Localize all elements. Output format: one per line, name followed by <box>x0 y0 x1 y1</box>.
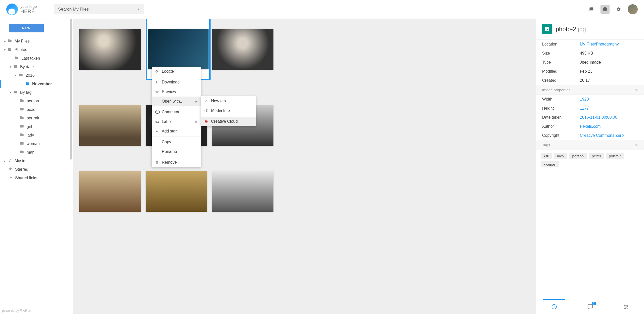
menu-comment[interactable]: 💬Comment <box>152 107 201 117</box>
tags-header: Tags ✎ <box>536 140 644 150</box>
image-properties: Width1920 Height1277 Date taken2016-11-0… <box>536 95 644 140</box>
comment-icon: 💬 <box>155 110 162 114</box>
edit-icon[interactable]: ✎ <box>635 143 638 147</box>
details-tabs: 1 <box>536 299 644 314</box>
edit-icon[interactable]: ✎ <box>635 88 638 92</box>
tag-chip[interactable]: person <box>569 153 587 159</box>
file-type-icon <box>542 24 552 34</box>
search-input[interactable]: Search My Files ▼ <box>54 4 144 14</box>
chevron-right-icon: ▶ <box>195 120 197 123</box>
info-panel-icon[interactable] <box>600 5 610 14</box>
tag-chip[interactable]: portrait <box>606 153 624 159</box>
powered-by: powered by FileRun <box>2 309 31 312</box>
details-panel: photo-2.jpg LocationMy Files/Photography… <box>536 19 644 314</box>
sidebar-scrollbar[interactable] <box>70 19 72 160</box>
tab-info[interactable] <box>536 299 572 314</box>
tree-by-tag[interactable]: ▼By tag <box>0 88 73 97</box>
tree-tag-lady[interactable]: lady <box>0 131 73 140</box>
trash-icon: 🗑 <box>155 160 162 165</box>
menu-label[interactable]: 🏷Label▶ <box>152 117 201 126</box>
chevron-right-icon: ▶ <box>195 100 197 103</box>
info-icon: ⓘ <box>205 108 211 113</box>
external-link-icon: ↗ <box>205 99 211 103</box>
gear-icon[interactable] <box>614 5 623 14</box>
tag-chip[interactable]: pexel <box>589 153 604 159</box>
locate-icon: ✥ <box>155 69 162 74</box>
tree-shared-links[interactable]: Shared links <box>0 174 73 182</box>
folder-tree: ▶My Files ▼Photos Last taken ▼By date ▼2… <box>0 37 73 182</box>
thumbnail[interactable] <box>212 29 273 70</box>
more-icon[interactable]: ⋮ <box>567 5 576 14</box>
menu-open-with[interactable]: Open with..▶ <box>152 97 201 106</box>
eye-icon: 👁 <box>155 90 162 94</box>
tag-chip[interactable]: girl <box>541 153 552 159</box>
avatar[interactable] <box>628 4 638 14</box>
tree-my-files[interactable]: ▶My Files <box>0 37 73 46</box>
thumbnail-grid <box>79 29 530 212</box>
thumbnail[interactable] <box>79 29 141 70</box>
tag-chip[interactable]: lady <box>554 153 567 159</box>
tree-starred[interactable]: Starred <box>0 165 73 174</box>
download-icon: ⬇ <box>155 80 162 84</box>
tree-2016[interactable]: ▼2016 <box>0 71 73 80</box>
location-link[interactable]: My Files/Photography <box>580 42 619 47</box>
logo-icon <box>6 4 18 15</box>
tree-tag-person[interactable]: person <box>0 97 73 105</box>
tree-tag-girl[interactable]: girl <box>0 122 73 131</box>
menu-rename[interactable]: Rename <box>152 147 201 156</box>
submenu-new-tab[interactable]: ↗New tab <box>201 96 256 106</box>
tree-tag-pexel[interactable]: pexel <box>0 105 73 114</box>
chevron-down-icon: ▼ <box>137 8 140 11</box>
tree-tag-portrait[interactable]: portrait <box>0 114 73 122</box>
thumbnail[interactable] <box>79 105 141 146</box>
tree-november[interactable]: November <box>0 80 73 88</box>
image-properties-header: Image properties ✎ <box>536 85 644 95</box>
submenu-creative-cloud[interactable]: ◉Creative Cloud <box>201 117 256 126</box>
search-placeholder: Search My Files <box>58 7 89 12</box>
context-submenu: ↗New tab ⓘMedia Info ◉Creative Cloud <box>201 96 256 126</box>
tab-comments[interactable]: 1 <box>572 299 608 314</box>
menu-copy[interactable]: Copy <box>152 137 201 147</box>
sidebar: NEW ▶My Files ▼Photos Last taken ▼By dat… <box>0 19 73 314</box>
file-name: photo-2.jpg <box>556 26 586 33</box>
context-menu: ✥Locate ⬇Download 👁Preview Open with..▶ … <box>152 67 201 167</box>
thumbnail[interactable] <box>79 171 141 212</box>
menu-remove[interactable]: 🗑Remove <box>152 158 201 167</box>
divider <box>581 4 581 15</box>
menu-locate[interactable]: ✥Locate <box>152 67 201 76</box>
adobe-icon: ◉ <box>205 119 211 124</box>
tag-icon: 🏷 <box>155 120 162 124</box>
tree-last-taken[interactable]: Last taken <box>0 54 73 63</box>
tree-music[interactable]: ▶Music <box>0 157 73 165</box>
tree-tag-woman[interactable]: woman <box>0 140 73 148</box>
header-actions: ⋮ <box>567 4 638 15</box>
thumbnail[interactable] <box>212 171 273 212</box>
logo-text: your logoHERE <box>20 5 37 14</box>
comment-badge: 1 <box>592 302 596 305</box>
details-header: photo-2.jpg <box>536 19 644 40</box>
submenu-media-info[interactable]: ⓘMedia Info <box>201 106 256 115</box>
new-button[interactable]: NEW <box>9 24 44 32</box>
thumbnail-grid-area <box>73 19 536 314</box>
star-icon: ★ <box>155 129 162 133</box>
file-properties: LocationMy Files/Photography Size495 KB … <box>536 40 644 85</box>
menu-preview[interactable]: 👁Preview <box>152 87 201 97</box>
tags-list: girl lady person pexel portrait woman <box>536 150 644 170</box>
logo[interactable]: your logoHERE <box>6 4 54 15</box>
tag-chip[interactable]: woman <box>541 161 559 167</box>
thumbnail[interactable] <box>146 171 207 212</box>
tab-cart[interactable] <box>608 299 644 314</box>
tree-tag-man[interactable]: man <box>0 148 73 157</box>
app-header: your logoHERE Search My Files ▼ ⋮ <box>0 0 644 19</box>
menu-add-star[interactable]: ★Add star <box>152 126 201 136</box>
image-view-icon[interactable] <box>587 5 596 14</box>
menu-download[interactable]: ⬇Download <box>152 77 201 87</box>
tree-photos[interactable]: ▼Photos <box>0 46 73 54</box>
tree-by-date[interactable]: ▼By date <box>0 63 73 71</box>
